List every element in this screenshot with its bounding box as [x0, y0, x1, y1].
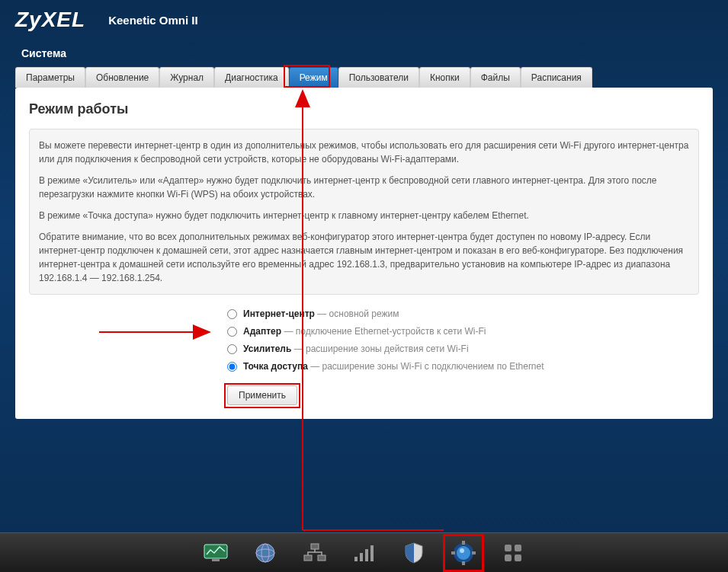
info-p1: Вы можете перевести интернет-центр в оди…	[39, 139, 689, 166]
bottom-bar	[0, 532, 728, 572]
svg-rect-22	[472, 551, 476, 554]
apps-icon[interactable]	[498, 540, 528, 566]
svg-rect-23	[505, 545, 512, 551]
shield-icon[interactable]	[399, 540, 429, 566]
svg-rect-5	[212, 559, 220, 561]
section-title: Система	[0, 36, 728, 67]
radio-adapter[interactable]	[227, 327, 237, 337]
option-adapter[interactable]: Адаптер — подключение Ethernet-устройств…	[227, 326, 699, 337]
logo: ZyXEL	[15, 8, 85, 32]
svg-rect-13	[360, 553, 363, 561]
svg-rect-20	[462, 561, 465, 565]
monitor-icon[interactable]	[200, 540, 231, 566]
option-main: Усилитель	[243, 344, 291, 354]
radio-internet-center[interactable]	[227, 309, 237, 319]
option-sub: — расширение зоны действия сети Wi-Fi	[291, 344, 468, 354]
main-panel: Режим работы Вы можете перевести интерне…	[15, 88, 713, 419]
tab-files[interactable]: Файлы	[470, 67, 521, 88]
product-name: Keenetic Omni II	[108, 14, 198, 27]
tab-parameters[interactable]: Параметры	[15, 67, 85, 88]
tab-buttons[interactable]: Кнопки	[419, 67, 470, 88]
svg-point-17	[457, 546, 470, 560]
svg-rect-24	[515, 545, 521, 551]
globe-icon[interactable]	[250, 540, 281, 566]
option-access-point[interactable]: Точка доступа — расширение зоны Wi-Fi с …	[227, 361, 699, 372]
option-internet-center[interactable]: Интернет-центр — основной режим	[227, 308, 699, 319]
option-sub: — подключение Ethernet-устройств к сети …	[281, 326, 486, 337]
option-main: Точка доступа	[243, 361, 308, 372]
panel-title: Режим работы	[29, 101, 699, 117]
option-main: Адаптер	[243, 326, 281, 337]
svg-rect-26	[515, 554, 521, 561]
info-box: Вы можете перевести интернет-центр в оди…	[29, 129, 699, 295]
svg-rect-11	[318, 555, 326, 561]
info-p2: В режиме «Усилитель» или «Адаптер» нужно…	[39, 174, 689, 201]
radio-amplifier[interactable]	[227, 344, 237, 354]
info-p3: В режиме «Точка доступа» нужно будет под…	[39, 209, 689, 222]
tab-diagnostics[interactable]: Диагностика	[214, 67, 289, 88]
tab-log[interactable]: Журнал	[159, 67, 214, 88]
tab-users[interactable]: Пользователи	[338, 67, 419, 88]
apply-button[interactable]: Применить	[227, 385, 297, 405]
svg-rect-12	[354, 557, 358, 561]
option-amplifier[interactable]: Усилитель — расширение зоны действия сет…	[227, 344, 699, 354]
svg-rect-9	[311, 544, 319, 549]
gear-icon[interactable]	[448, 540, 479, 566]
option-sub: — расширение зоны Wi-Fi с подключением п…	[308, 361, 544, 372]
svg-point-6	[256, 544, 274, 562]
tab-update[interactable]: Обновление	[85, 67, 159, 88]
info-p4: Обратите внимание, что во всех дополните…	[39, 230, 689, 285]
svg-rect-25	[505, 554, 512, 561]
svg-rect-21	[451, 551, 455, 554]
svg-point-18	[460, 548, 464, 553]
tab-mode[interactable]: Режим	[289, 67, 338, 88]
network-icon[interactable]	[300, 540, 330, 566]
svg-rect-10	[304, 555, 312, 561]
svg-rect-14	[365, 549, 368, 561]
svg-rect-19	[462, 541, 465, 545]
tab-schedules[interactable]: Расписания	[521, 67, 592, 88]
mode-options: Интернет-центр — основной режим Адаптер …	[227, 308, 699, 372]
signal-icon[interactable]	[349, 540, 380, 566]
svg-rect-15	[370, 545, 374, 561]
tabs-bar: Параметры Обновление Журнал Диагностика …	[15, 67, 728, 88]
radio-access-point[interactable]	[227, 362, 237, 372]
option-sub: — основной режим	[315, 308, 399, 319]
option-main: Интернет-центр	[243, 308, 315, 319]
